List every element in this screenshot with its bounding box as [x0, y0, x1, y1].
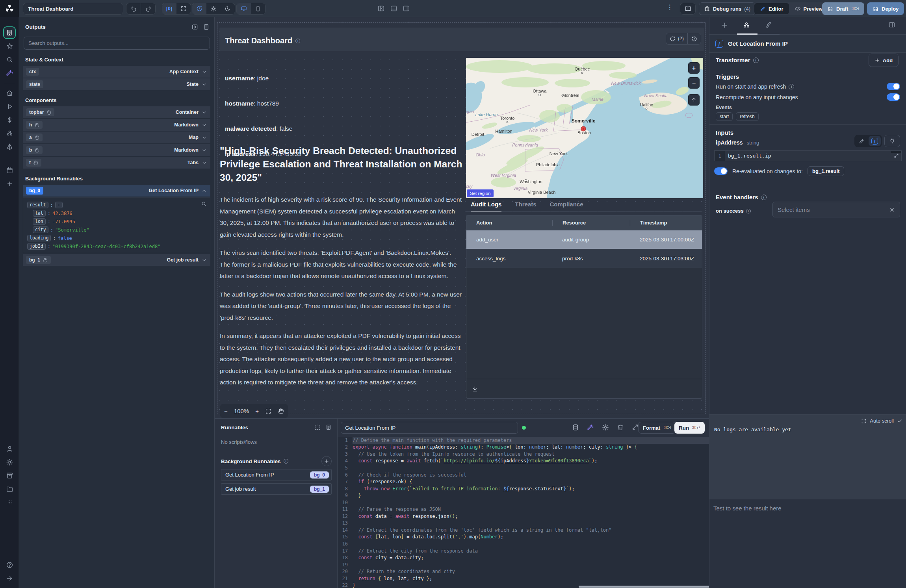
outputs-search-input[interactable] [24, 37, 210, 50]
tab-compliance[interactable]: Compliance [550, 199, 583, 211]
box-select-icon[interactable] [314, 424, 321, 430]
auto-scroll-checkbox[interactable] [897, 418, 902, 424]
toggle-left-panel-icon[interactable] [377, 5, 385, 12]
database-icon[interactable] [572, 424, 579, 431]
app-title-input[interactable] [23, 3, 123, 15]
rail-variables[interactable] [0, 113, 19, 126]
code-line[interactable]: 4 const response = await fetch(`https://… [338, 458, 709, 465]
zoom-out-button[interactable]: − [224, 408, 228, 414]
collapse-panel-icon[interactable] [191, 24, 198, 30]
component-row-f[interactable]: fTabs [23, 157, 210, 169]
component-row-topbar[interactable]: topbarContainer [23, 106, 210, 118]
rail-resources[interactable] [0, 126, 19, 140]
recompute-toggle[interactable] [887, 93, 900, 101]
table-header-timestamp[interactable]: Timestamp [630, 220, 702, 226]
rail-home[interactable] [0, 86, 19, 100]
app-canvas[interactable]: Threat Dashboard i (2) username: jdoehos… [215, 17, 709, 418]
styling-tab[interactable] [765, 21, 772, 29]
expand-grid-button[interactable] [176, 3, 191, 14]
rail-archive[interactable] [0, 469, 19, 482]
expand-expr-icon[interactable] [894, 153, 899, 158]
settings-icon[interactable] [602, 424, 609, 431]
tab-threats[interactable]: Threats [515, 199, 536, 211]
tree-key[interactable]: lon [33, 218, 46, 225]
event-chip-start[interactable]: start [716, 112, 733, 121]
save-draft-button[interactable]: Draft⌘S [822, 2, 864, 15]
code-line[interactable]: 15 const [lat, lon] = data.loc.split(','… [338, 534, 709, 541]
code-line[interactable]: 16 [338, 540, 709, 547]
bg0-row[interactable]: bg_0 Get Location From IP [23, 185, 210, 197]
table-header-resource[interactable]: Resource [552, 220, 630, 226]
code-line[interactable]: 2export async function main(ipAddress: s… [338, 444, 709, 451]
rail-logout[interactable] [0, 571, 19, 585]
chevron-down-icon[interactable] [201, 257, 207, 263]
toggle-right-panel-icon[interactable] [403, 5, 410, 12]
code-line[interactable]: 21 return { lon, lat, city }; [338, 575, 709, 582]
code-line[interactable]: 11 // Parse the response as JSON [338, 506, 709, 513]
rail-help[interactable] [0, 558, 19, 571]
align-button[interactable]: |0| [162, 3, 176, 14]
table-row[interactable]: access_logsprod-k8s2025-03-30T17:03:00Z [466, 249, 702, 268]
windmill-logo[interactable] [0, 0, 19, 17]
tree-key[interactable]: result [27, 202, 48, 208]
code-line[interactable]: 13 [338, 520, 709, 527]
code-line[interactable]: 20 // Return the coordinates and city [338, 568, 709, 575]
expression-editor[interactable]: 1 bg_1.result.ip [714, 150, 902, 161]
code-line[interactable]: 10 [338, 499, 709, 506]
pan-tool-button[interactable] [278, 408, 284, 414]
tree-search-icon[interactable] [201, 201, 207, 207]
rail-settings[interactable] [0, 455, 19, 469]
mobile-view-button[interactable] [251, 3, 265, 14]
expand-logs-icon[interactable] [861, 418, 867, 424]
download-icon[interactable] [472, 386, 478, 392]
set-region-button[interactable]: Set region [467, 189, 494, 197]
code-line[interactable]: 6 // Check if the response is successful [338, 471, 709, 479]
state-row-ctx[interactable]: ctxApp Context [23, 66, 210, 78]
redo-button[interactable] [141, 3, 155, 14]
script-name-input[interactable] [341, 422, 518, 434]
code-line[interactable]: 9 } [338, 492, 709, 499]
clear-select-icon[interactable] [889, 207, 895, 213]
add-transformer-button[interactable]: Add [869, 54, 899, 67]
fit-view-button[interactable] [265, 408, 271, 414]
component-row-b[interactable]: bMarkdown [23, 144, 210, 156]
theme-light-button[interactable] [206, 3, 221, 14]
reeval-dependency-chip[interactable]: bg_1.result [808, 166, 844, 176]
rail-apps-active[interactable] [0, 26, 19, 39]
rail-user[interactable] [0, 442, 19, 455]
rail-search[interactable] [0, 53, 19, 66]
code-line[interactable]: 7 if (!response.ok) { [338, 478, 709, 485]
eval-mode-button[interactable]: f [869, 136, 881, 146]
state-row-state[interactable]: stateState [23, 78, 210, 90]
rail-schedules[interactable] [0, 140, 19, 153]
map-zoom-in-button[interactable]: + [689, 63, 699, 73]
tree-collapse-toggle[interactable]: - [55, 202, 63, 208]
component-row-a[interactable]: aMap [23, 132, 210, 143]
collapse-inspector-icon[interactable] [888, 21, 895, 28]
rail-runs[interactable] [0, 100, 19, 113]
code-line[interactable]: 8 throw new Error(`Failed to fetch IP in… [338, 485, 709, 492]
static-mode-button[interactable] [856, 136, 868, 146]
map-zoom-out-button[interactable]: − [689, 78, 699, 88]
run-button[interactable]: Run⌘↵ [674, 422, 705, 434]
settings-tab[interactable] [743, 21, 750, 29]
undo-button[interactable] [126, 3, 141, 14]
connect-input-button[interactable] [884, 135, 900, 147]
reeval-toggle[interactable] [714, 167, 728, 175]
refresh-button[interactable]: (2) [666, 36, 687, 42]
rail-calendar[interactable] [0, 163, 19, 177]
runnable-item-bg_0[interactable]: Get Location From IPbg_0 [221, 469, 332, 480]
runnable-item-bg_1[interactable]: Get job resultbg_1 [221, 483, 332, 495]
theme-dark-button[interactable] [221, 3, 235, 14]
event-chip-refresh[interactable]: refresh [736, 112, 758, 121]
desktop-view-button[interactable] [237, 3, 251, 14]
doc-icon[interactable] [203, 24, 210, 30]
code-editor[interactable]: 1// Define the main function with the re… [338, 437, 709, 588]
tree-key[interactable]: city [33, 226, 48, 233]
markdown-report-component[interactable]: "High-Risk Security Breach Detected: Una… [220, 144, 462, 395]
rail-folders[interactable] [0, 482, 19, 495]
map-fit-button[interactable] [689, 95, 699, 105]
tab-audit-logs[interactable]: Audit Logs [471, 199, 501, 211]
add-runnable-button[interactable] [321, 456, 332, 466]
code-line[interactable]: 14 // Extract the coordinates from the '… [338, 527, 709, 534]
